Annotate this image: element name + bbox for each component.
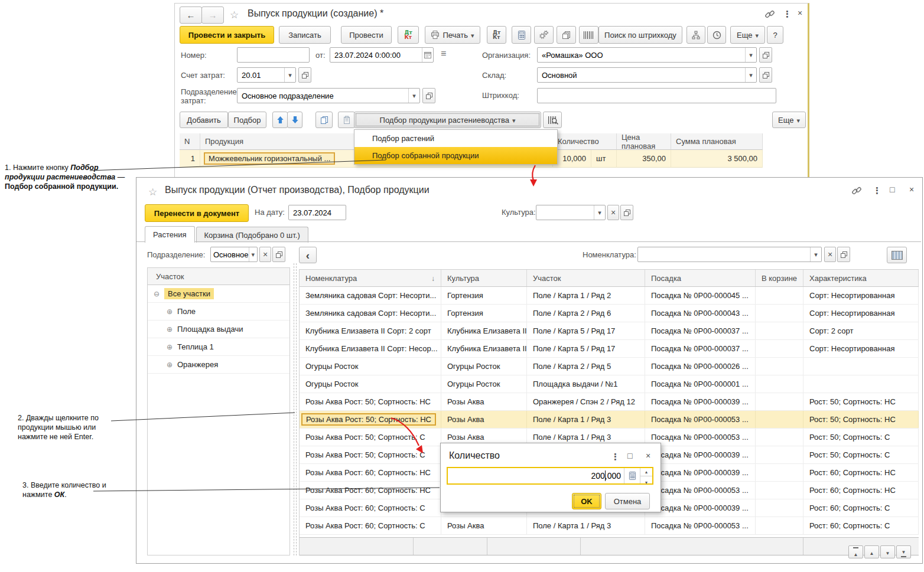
tree-toggle-icon[interactable]	[167, 325, 177, 334]
show-postings-button[interactable]: ДтКт	[398, 26, 419, 44]
cell-characteristic[interactable]: Рост: 50; Сортность: С	[803, 429, 919, 446]
cell-plot[interactable]: Поле / Карта 2 / Ряд 5	[527, 358, 645, 375]
forward-button[interactable]	[201, 6, 224, 24]
stepper-down-icon[interactable]	[645, 477, 648, 486]
cell-nomenclature[interactable]: Огурцы Росток	[300, 358, 441, 375]
tree-item[interactable]: Поле	[148, 303, 289, 321]
col-header-planting[interactable]: Посадка	[645, 270, 756, 286]
link-icon[interactable]	[764, 9, 775, 20]
col-header-culture[interactable]: Культура	[441, 270, 527, 286]
culture-input[interactable]	[536, 205, 606, 220]
print-button[interactable]: Печать	[425, 26, 480, 44]
tree-header[interactable]: Участок	[148, 268, 289, 285]
warehouse-dropdown-icon[interactable]	[745, 68, 756, 82]
cell-characteristic[interactable]: Сорт: Несортированная	[803, 287, 919, 304]
cell-culture[interactable]: Огурцы Росток	[441, 375, 527, 393]
cell-nomenclature[interactable]: Земляника садовая Сорт: Несорти...	[300, 287, 441, 304]
cell-characteristic[interactable]: Рост: 60; Сортность: С	[803, 517, 919, 534]
nomenclature-open-button[interactable]	[837, 247, 850, 262]
cell-basket[interactable]	[756, 517, 803, 534]
table-row[interactable]: Огурцы Росток Огурцы Росток Площадка выд…	[300, 375, 919, 393]
cell-basket[interactable]	[756, 375, 803, 393]
cell-basket[interactable]	[756, 287, 803, 304]
cell-characteristic[interactable]: Рост: 50; Сортность: НС	[803, 411, 919, 428]
cell-nomenclature[interactable]: Розы Аква Рост: 60; Сортность: С	[300, 517, 441, 534]
pick-button[interactable]: Подбор	[228, 112, 266, 128]
cell-basket[interactable]	[756, 464, 803, 481]
cell-planting[interactable]: Посадка № 0P00-000043 ...	[645, 305, 756, 322]
cell-plot[interactable]: Площадка выдачи / №1	[527, 375, 645, 393]
cell-plot[interactable]: Оранжерея / Спэн 2 / Ряд 12	[527, 393, 645, 410]
more-menu-icon[interactable]	[783, 9, 792, 19]
cell-basket[interactable]	[756, 340, 803, 357]
cell-basket[interactable]	[756, 411, 803, 428]
table-row[interactable]: Огурцы Росток Огурцы Росток Поле / Карта…	[300, 358, 919, 375]
table-row[interactable]: Розы Аква Рост: 60; Сортность: С Розы Ак…	[300, 517, 919, 535]
cell-nomenclature[interactable]: Розы Аква Рост: 50; Сортность: НС	[300, 393, 441, 410]
cost-account-dropdown-icon[interactable]	[284, 68, 295, 82]
subordination-structure-button[interactable]	[687, 26, 705, 44]
cell-characteristic[interactable]: Рост: 60; Сортность: НС	[803, 464, 919, 481]
col-header-sum[interactable]: Сумма плановая	[671, 133, 763, 150]
cell-characteristic[interactable]: Рост: 50; Сортность: С	[803, 446, 919, 463]
cost-department-dropdown-icon[interactable]	[408, 89, 419, 103]
tab[interactable]: Корзина (Подобрано 0 шт.)	[196, 227, 308, 243]
department-dropdown-icon[interactable]	[249, 247, 257, 262]
cell-culture[interactable]: Клубника Елизавета II	[441, 322, 527, 339]
scroll-last-button[interactable]	[896, 545, 911, 558]
cell-basket[interactable]	[756, 322, 803, 339]
close-icon[interactable]	[646, 451, 650, 460]
col-header-n[interactable]: N	[180, 133, 200, 150]
cancel-button[interactable]: Отмена	[605, 493, 650, 509]
cell-planting[interactable]: Посадка № 0P00-000001 ...	[645, 375, 756, 393]
cell-characteristic[interactable]	[803, 375, 919, 393]
table-row[interactable]: Земляника садовая Сорт: Несорти... Горте…	[300, 305, 919, 322]
cell-characteristic[interactable]: Сорт: 2 сорт	[803, 322, 919, 339]
column-settings-button[interactable]	[887, 247, 907, 263]
copy-documents-button[interactable]	[557, 26, 576, 44]
calendar-icon[interactable]	[422, 48, 433, 62]
favorite-star-icon[interactable]	[230, 9, 239, 21]
tree-item[interactable]: Площадка выдачи	[148, 321, 289, 338]
help-button[interactable]: ?	[767, 26, 783, 44]
cell-basket[interactable]	[756, 499, 803, 517]
cost-department-input[interactable]: Основное подразделение	[237, 88, 420, 103]
scroll-up-button[interactable]	[864, 545, 879, 558]
post-button[interactable]: Провести	[341, 26, 392, 44]
barcode-search-button[interactable]: Поиск по штрихкоду	[598, 26, 682, 44]
collapse-panel-button[interactable]	[299, 247, 317, 263]
tree-item[interactable]: Оранжерея	[148, 356, 289, 374]
barcode-scan-button[interactable]	[543, 112, 562, 128]
col-header-nomenclature[interactable]: Номенклатура	[300, 270, 441, 286]
nomenclature-dropdown-icon[interactable]	[810, 247, 821, 262]
history-button[interactable]	[707, 26, 726, 44]
number-input[interactable]	[237, 47, 310, 63]
tree-toggle-icon[interactable]	[167, 361, 177, 369]
back-button[interactable]	[180, 6, 202, 24]
maximize-icon[interactable]	[627, 451, 632, 460]
cell-planting[interactable]: Посадка № 0P00-000053 ...	[645, 429, 756, 446]
culture-dropdown-icon[interactable]	[594, 205, 605, 220]
cell-basket[interactable]	[756, 305, 803, 322]
col-header-qty[interactable]: Количество	[553, 133, 617, 150]
cell-plot[interactable]: Поле / Карта 1 / Ряд 3	[527, 411, 645, 428]
barcode-input[interactable]	[537, 88, 776, 103]
culture-clear-button[interactable]	[607, 205, 619, 220]
department-clear-button[interactable]	[259, 247, 271, 262]
save-button[interactable]: Записать	[279, 26, 331, 44]
col-header-plot[interactable]: Участок	[527, 270, 645, 286]
organization-dropdown-icon[interactable]	[745, 48, 756, 62]
cell-planting[interactable]: Посадка № 0P00-000053 ...	[645, 411, 756, 428]
culture-open-button[interactable]	[620, 205, 633, 220]
cost-department-open-button[interactable]	[422, 88, 435, 103]
cell-nomenclature[interactable]: Розы Аква Рост: 60; Сортность: НС	[300, 482, 441, 499]
cell-nomenclature[interactable]: Розы Аква Рост: 60; Сортность: НС	[300, 464, 441, 481]
menu-item[interactable]: Подбор собранной продукции	[354, 147, 557, 164]
cell-sum[interactable]: 3 500,00	[671, 150, 763, 168]
cell-culture[interactable]: Огурцы Росток	[441, 358, 527, 375]
close-icon[interactable]	[798, 8, 802, 18]
warehouse-input[interactable]: Основной	[537, 67, 757, 83]
calculator-picker-icon[interactable]	[624, 468, 640, 483]
cell-nomenclature[interactable]: Клубника Елизавета II Сорт: 2 сорт	[300, 322, 441, 339]
table-row[interactable]: Клубника Елизавета II Сорт: 2 сорт Клубн…	[300, 322, 919, 340]
